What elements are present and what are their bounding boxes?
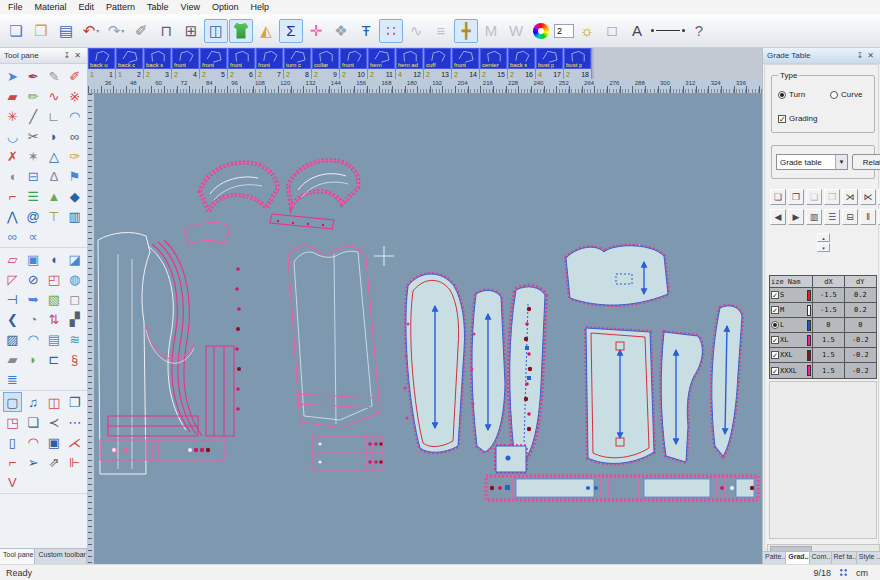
piece-cell-12[interactable]: hem ad412 (396, 48, 424, 79)
tool-ruler-a-button[interactable]: ∆ (44, 166, 63, 186)
piece-cell-16[interactable]: back s216 (508, 48, 536, 79)
tool-grade-measure-button[interactable]: ⊩ (65, 452, 84, 472)
tool-grade-book-button[interactable]: ▯ (3, 432, 22, 452)
piece-cell-3[interactable]: back s23 (144, 48, 172, 79)
tool-sewing-machine-button[interactable]: ⊏ (44, 349, 63, 369)
tool-pattern-shield-button[interactable]: ▣ (24, 249, 43, 269)
canvas-area[interactable] (88, 94, 762, 564)
context-help-button[interactable]: ? (687, 19, 711, 43)
pause-button[interactable]: ‖ (860, 209, 876, 225)
tool-hook-tool-button[interactable]: ◡ (3, 126, 22, 146)
tool-pattern-sea-button[interactable]: ≋ (65, 329, 84, 349)
tool-pattern-wave-button[interactable]: ◪ (65, 249, 84, 269)
piece-cell-8[interactable]: turn c28 (284, 48, 312, 79)
tool-corner-tool-button[interactable]: ∟ (44, 106, 63, 126)
size-checkbox[interactable] (771, 306, 779, 314)
menu-item-file[interactable]: File (2, 1, 29, 13)
tool-chain-link-button[interactable]: ∞ (3, 226, 22, 246)
tool-grade-select-button[interactable]: ▢ (3, 392, 22, 412)
tool-hammer-button[interactable]: ⊤ (44, 206, 63, 226)
tool-film-strip-button[interactable]: ▥ (65, 206, 84, 226)
tool-point-line-button[interactable]: ╱ (24, 106, 43, 126)
redo-button[interactable]: ↷▾ (104, 19, 128, 43)
even-horizontal-button[interactable]: ☰ (824, 209, 840, 225)
tool-select-cursor-button[interactable]: ➤ (3, 66, 22, 86)
size-checkbox[interactable] (771, 367, 779, 375)
tool-grade-slash-button[interactable]: ⇗ (44, 452, 63, 472)
tool-grade-curve-cut-button[interactable]: ≺ (44, 412, 63, 432)
size-checkbox[interactable] (771, 291, 779, 299)
pattern-canvas[interactable] (88, 94, 762, 564)
size-row-m[interactable]: M-1.50.2 (770, 303, 876, 318)
tool-eraser-button[interactable]: ▰ (3, 86, 22, 106)
prev-point-button[interactable]: ◀ (770, 209, 786, 225)
dart-tool-button[interactable]: ◭ (254, 19, 278, 43)
tool-cut-x-button[interactable]: ✗ (3, 146, 22, 166)
tool-dash-lines-button[interactable]: ☰ (24, 186, 43, 206)
tool-grade-fan-button[interactable]: ◠ (24, 432, 43, 452)
piece-small-square[interactable] (496, 446, 526, 472)
piece-cell-13[interactable]: cuff213 (424, 48, 452, 79)
paste-grade-button[interactable]: ❐ (788, 189, 804, 205)
new-file-button[interactable]: ❏ (4, 19, 28, 43)
tool-pattern-pleat-button[interactable]: ▨ (3, 329, 22, 349)
tool-red-pen-button[interactable]: ✐ (65, 66, 84, 86)
next-point-button[interactable]: ▶ (788, 209, 804, 225)
menu-item-view[interactable]: View (175, 1, 206, 13)
spinner-up-button[interactable]: ▴ (817, 233, 830, 242)
garment-view-button[interactable] (229, 19, 253, 43)
piece-cell-2[interactable]: back c12 (116, 48, 144, 79)
tool-pattern-cut-button[interactable]: ◰ (44, 269, 63, 289)
panel-tab-refta[interactable]: Ref ta... (832, 552, 857, 564)
table-window-button[interactable]: ⊞ (179, 19, 203, 43)
tool-grade-door-button[interactable]: ◫ (44, 392, 63, 412)
undo-button[interactable]: ↶▾ (79, 19, 103, 43)
tool-grade-square-button[interactable]: ▣ (44, 432, 63, 452)
swap-y-button[interactable]: ⋉ (860, 189, 876, 205)
tool-grade-bird-button[interactable]: ➢ (24, 452, 43, 472)
tool-pattern-rotate-button[interactable]: ▱ (3, 249, 22, 269)
grading-checkbox-box[interactable] (778, 115, 786, 123)
tool-pattern-shirt-button[interactable]: ◻ (65, 289, 84, 309)
tool-grade-notes-button[interactable]: ♫ (24, 392, 43, 412)
tool-grade-rect-pen-button[interactable]: ❏ (24, 412, 43, 432)
relative-button[interactable]: Relat (852, 154, 880, 170)
tool-flag-button[interactable]: ⚑ (65, 166, 84, 186)
menu-item-option[interactable]: Option (206, 1, 245, 13)
lamp-button[interactable]: ☼ (575, 19, 599, 43)
tool-pattern-para-button[interactable]: ▰ (3, 349, 22, 369)
grading-checkbox[interactable]: Grading (778, 114, 817, 123)
turn-radio[interactable]: Turn (778, 90, 805, 99)
line-style-button[interactable] (650, 19, 686, 43)
menu-item-edit[interactable]: Edit (73, 1, 101, 13)
tool-glasses-button[interactable]: ∞ (65, 126, 84, 146)
flow-button[interactable]: Ŧ (354, 19, 378, 43)
tool-pattern-gloves-button[interactable]: ◠ (24, 329, 43, 349)
color-wheel-button[interactable] (529, 19, 553, 43)
piece-cell-14[interactable]: front214 (452, 48, 480, 79)
curve-radio[interactable]: Curve (830, 90, 862, 99)
chevron-down-icon[interactable]: ▼ (835, 155, 847, 169)
notch-button[interactable]: ❖ (329, 19, 353, 43)
tool-grade-angle-button[interactable]: ⌐ (3, 452, 22, 472)
tool-star-line-button[interactable]: ✶ (24, 146, 43, 166)
measure-b-button[interactable]: ╋ (454, 19, 478, 43)
tool-curve-tool-button[interactable]: ∿ (44, 86, 63, 106)
grid-snap-icon[interactable] (839, 568, 848, 577)
tool-pattern-vest-button[interactable]: ▞ (65, 309, 84, 329)
tool-grade-v-button[interactable]: V (3, 472, 22, 492)
piece-cell-10[interactable]: front210 (340, 48, 368, 79)
panel-tab-patte[interactable]: Patte... (763, 552, 786, 564)
tool-grade-kite-button[interactable]: ⋌ (65, 432, 84, 452)
tool-brush-button[interactable]: ✑ (65, 146, 84, 166)
tool-seam-burst-button[interactable]: ✳ (3, 106, 22, 126)
tool-arc-tool-button[interactable]: ◠ (65, 106, 84, 126)
tool-pattern-width-button[interactable]: ⊣ (3, 289, 22, 309)
tool-bezier-pen-button[interactable]: ✒ (24, 66, 43, 86)
crosshair-button[interactable]: ✛ (304, 19, 328, 43)
tool-node-tool-button[interactable]: ※ (65, 86, 84, 106)
tool-pattern-image-button[interactable]: ▧ (44, 289, 63, 309)
grade-table-combo[interactable]: Grade table ▼ (776, 154, 848, 170)
tool-pencil-button[interactable]: ✏ (24, 86, 43, 106)
tool-clamp-button[interactable]: ⌐ (3, 186, 22, 206)
